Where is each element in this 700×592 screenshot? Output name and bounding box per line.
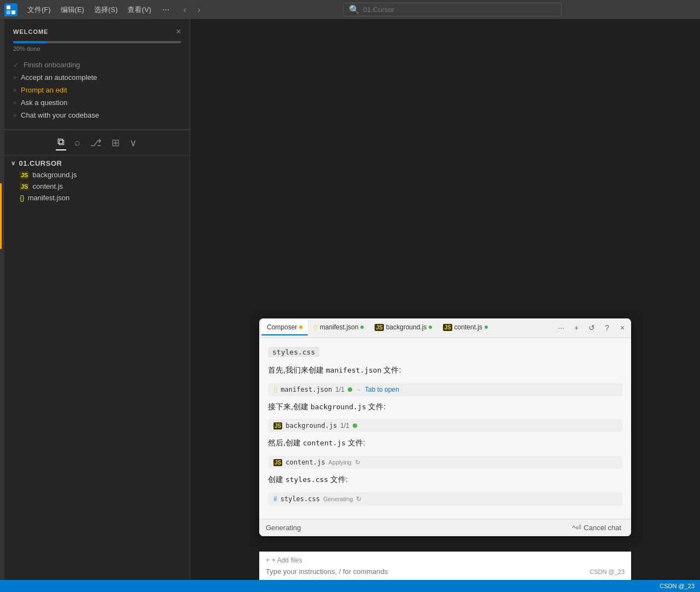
file-name: content.js [32,182,63,190]
welcome-item-prompt-edit[interactable]: ○ Prompt an edit [13,84,181,96]
tab-dot-composer [299,326,302,329]
svg-rect-0 [7,5,10,9]
welcome-item-label: Finish onboarding [24,61,80,69]
input-hint: CSDN @_23 [590,568,625,575]
file-ref-styles[interactable]: # styles.css Generating ↻ [268,492,622,506]
chat-footer: Generating ^⏎ Cancel chat [259,519,631,536]
activity-indicator [0,183,2,249]
content-tab-label: content.js [454,323,482,331]
titlebar: 文件(F) 编辑(E) 选择(S) 查看(V) ··· ‹ › 🔍 [0,0,700,19]
chat-message-1: 首先,我们来创建 manifest.json 文件: [268,364,622,376]
file-ref-background[interactable]: JS background.js 1/1 [268,419,622,432]
folder-cursor[interactable]: ∨ 01.CURSOR [4,158,190,169]
welcome-item-ask-question[interactable]: ○ Ask a question [13,96,181,109]
search-icon[interactable]: ⌕ [73,135,82,150]
menu-bar: 文件(F) 编辑(E) 选择(S) 查看(V) [23,3,156,16]
css-ref-icon: # [273,495,277,503]
tab-background[interactable]: JS background.js [369,320,438,335]
more-menu-btn[interactable]: ··· [159,4,173,16]
file-ref-name: background.js [285,422,337,430]
file-background-js[interactable]: JS background.js [4,169,190,181]
welcome-item-label: Accept an autocomplete [21,73,97,82]
welcome-panel: WELCOME × 20% done ✓ Finish onboarding ○… [4,19,190,130]
add-files-label: + Add files [272,556,302,564]
side-panel: WELCOME × 20% done ✓ Finish onboarding ○… [4,19,190,580]
file-ref-name: content.js [285,458,325,466]
forward-button[interactable]: › [192,3,206,16]
file-name: manifest.json [28,194,70,202]
chat-message-2: 接下来,创建 background.js 文件: [268,401,622,413]
file-tree: ∨ 01.CURSOR JS background.js JS content.… [4,155,190,580]
folder-chevron-icon: ∨ [11,160,16,167]
tab-dots-btn[interactable]: ··· [555,321,568,334]
tab-composer[interactable]: Composer [261,320,308,335]
tab-dot-content [485,326,488,329]
nav-buttons: ‹ › [178,3,206,16]
file-ref-manifest[interactable]: {} manifest.json 1/1 → Tab to open [268,383,622,396]
tab-dot-manifest [360,326,364,329]
more-icon[interactable]: ∨ [128,135,138,150]
search-icon: 🔍 [349,4,360,15]
js-ref-icon: JS [273,459,282,466]
activity-bar [0,19,4,580]
branch-icon[interactable]: ⎇ [89,135,103,150]
generating-status: Generating [266,524,301,532]
main-layout: WELCOME × 20% done ✓ Finish onboarding ○… [0,19,700,580]
editor-area: Composer {} manifest.json JS background.… [190,19,700,580]
applying-spinner: ↻ [355,458,360,466]
welcome-item-finish[interactable]: ✓ Finish onboarding [13,59,181,71]
file-ref-content[interactable]: JS content.js Applying ↻ [268,456,622,469]
file-ref-arrow: → [355,386,361,393]
file-ref-name: styles.css [281,495,320,503]
composer-tab-label: Composer [267,323,297,331]
file-content-js[interactable]: JS content.js [4,181,190,192]
tab-close-btn[interactable]: × [616,321,629,334]
welcome-title: WELCOME [13,28,48,35]
tab-refresh-btn[interactable]: ↺ [585,321,598,334]
chat-tabs: Composer {} manifest.json JS background.… [259,318,631,338]
welcome-item-autocomplete[interactable]: ○ Accept an autocomplete [13,71,181,84]
cancel-icon: ^⏎ [572,524,581,532]
file-manifest-json[interactable]: {} manifest.json [4,192,190,204]
search-bar[interactable]: 🔍 [343,3,562,16]
svg-rect-2 [7,10,10,14]
welcome-item-chat-codebase[interactable]: ○ Chat with your codebase [13,109,181,121]
generating-text: Generating [323,496,353,502]
menu-view[interactable]: 查看(V) [123,3,155,16]
welcome-header: WELCOME × [13,27,181,37]
menu-file[interactable]: 文件(F) [23,3,55,16]
chat-input-area: + + Add files CSDN @_23 [259,552,631,580]
tab-help-btn[interactable]: ? [600,321,614,334]
js-file-icon: JS [20,183,29,190]
back-button[interactable]: ‹ [178,3,191,16]
folder-name: 01.CURSOR [19,159,62,167]
svg-rect-1 [11,10,15,14]
add-files-row[interactable]: + + Add files [266,556,625,564]
top-filename: styles.css [268,347,319,357]
extensions-icon[interactable]: ⊞ [110,135,121,150]
js-icon: JS [443,324,452,331]
background-tab-label: background.js [386,323,427,331]
chat-message-4: 创建 styles.css 文件: [268,473,622,486]
cancel-chat-button[interactable]: ^⏎ Cancel chat [569,523,625,533]
copy-icon[interactable]: ⧉ [56,135,66,150]
circle-icon: ○ [13,100,16,106]
circle-icon: ○ [13,74,16,80]
chat-panel: Composer {} manifest.json JS background.… [259,318,631,536]
chat-message-3: 然后,创建 content.js 文件: [268,437,622,449]
tab-add-btn[interactable]: + [570,321,583,334]
tab-content[interactable]: JS content.js [438,320,493,335]
file-ref-count: 1/1 [335,386,345,393]
tab-manifest[interactable]: {} manifest.json [308,320,369,335]
menu-edit[interactable]: 编辑(E) [56,3,89,16]
circle-icon: ○ [13,112,16,118]
menu-select[interactable]: 选择(S) [90,3,122,16]
welcome-close-btn[interactable]: × [176,27,181,37]
chat-content: styles.css 首先,我们来创建 manifest.json 文件: {}… [259,338,631,519]
status-dot-green [353,423,357,428]
progress-bar-fill [13,41,46,43]
search-input[interactable] [363,5,556,14]
chat-input[interactable] [266,567,590,576]
tab-to-open[interactable]: Tab to open [365,386,399,393]
circle-icon: ○ [13,87,16,93]
